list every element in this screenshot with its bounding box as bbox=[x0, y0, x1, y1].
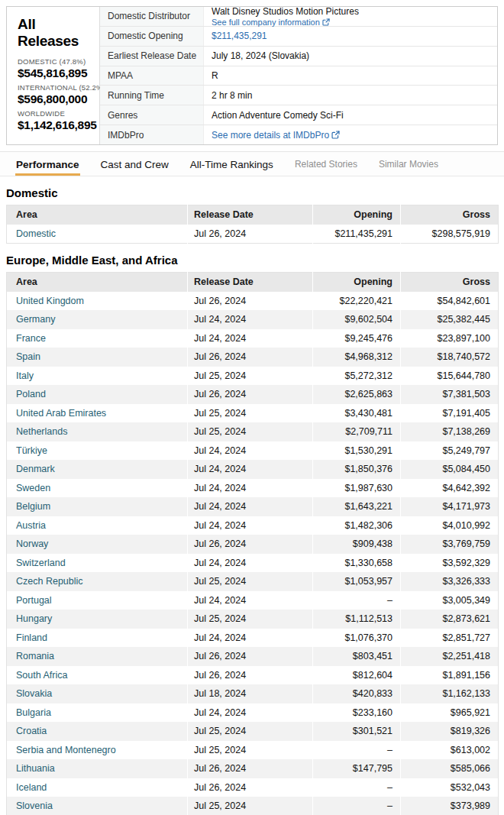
opening-cell: – bbox=[313, 778, 401, 797]
opening-cell: $147,795 bbox=[313, 759, 401, 778]
table-row: United Arab EmiratesJul 25, 2024$3,430,4… bbox=[7, 404, 499, 423]
table-row: SlovakiaJul 18, 2024$420,833$1,162,133 bbox=[7, 684, 499, 703]
tab-similar-movies[interactable]: Similar Movies bbox=[378, 154, 439, 176]
area-link-hungary[interactable]: Hungary bbox=[16, 613, 52, 624]
area-link-portugal[interactable]: Portugal bbox=[16, 595, 52, 606]
area-cell: Italy bbox=[7, 367, 188, 386]
area-link-austria[interactable]: Austria bbox=[16, 520, 46, 531]
opening-cell: $211,435,291 bbox=[313, 225, 401, 244]
release-date-cell: Jul 25, 2024 bbox=[188, 741, 313, 760]
column-header-gross: Gross bbox=[401, 205, 499, 225]
area-cell: Slovakia bbox=[7, 684, 188, 703]
area-link-united-kingdom[interactable]: United Kingdom bbox=[16, 296, 84, 306]
table-row: Czech RepublicJul 25, 2024$1,053,957$3,3… bbox=[7, 572, 499, 591]
area-link-norway[interactable]: Norway bbox=[16, 538, 48, 549]
area-link-italy[interactable]: Italy bbox=[16, 370, 34, 381]
area-link-finland[interactable]: Finland bbox=[16, 632, 47, 643]
area-link-croatia[interactable]: Croatia bbox=[16, 726, 47, 736]
area-link-germany[interactable]: Germany bbox=[16, 314, 55, 325]
area-link-poland[interactable]: Poland bbox=[16, 389, 46, 399]
company-info-link[interactable]: See full company information bbox=[212, 18, 489, 27]
area-link-netherlands[interactable]: Netherlands bbox=[16, 426, 67, 437]
tab-label: Cast and Crew bbox=[101, 159, 169, 170]
detail-label: Domestic Opening bbox=[100, 27, 204, 46]
release-date-cell: Jul 26, 2024 bbox=[188, 535, 313, 554]
area-link-sweden[interactable]: Sweden bbox=[16, 483, 50, 493]
area-link-switzerland[interactable]: Switzerland bbox=[16, 558, 66, 568]
area-link-denmark[interactable]: Denmark bbox=[16, 464, 55, 474]
area-link-spain[interactable]: Spain bbox=[16, 351, 40, 362]
area-cell: Bulgaria bbox=[7, 703, 188, 723]
table-row: DomesticJul 26, 2024$211,435,291$298,575… bbox=[7, 225, 499, 244]
area-cell: Belgium bbox=[7, 497, 188, 516]
tab-performance[interactable]: Performance bbox=[15, 154, 80, 176]
gross-cell: $532,043 bbox=[401, 778, 499, 797]
area-link-czech-republic[interactable]: Czech Republic bbox=[16, 576, 83, 587]
opening-cell: $420,833 bbox=[313, 684, 401, 703]
table-row: SwedenJul 24, 2024$1,987,630$4,642,392 bbox=[7, 479, 499, 498]
gross-cell: $1,891,156 bbox=[401, 666, 499, 685]
column-header-opening: Opening bbox=[313, 205, 401, 225]
area-link-domestic[interactable]: Domestic bbox=[16, 228, 56, 239]
all-releases-panel: All Releases DOMESTIC (47.8%) $545,816,8… bbox=[7, 7, 100, 144]
table-row: ItalyJul 25, 2024$5,272,312$15,644,780 bbox=[7, 367, 499, 386]
opening-cell: – bbox=[313, 741, 401, 760]
gross-cell: $5,249,797 bbox=[401, 441, 499, 461]
tab-all-time-rankings[interactable]: All-Time Rankings bbox=[189, 154, 274, 176]
stat-value: $1,142,616,895 bbox=[18, 118, 90, 132]
detail-row-earliest-release-date: Earliest Release Date July 18, 2024 (Slo… bbox=[100, 47, 497, 66]
area-link-united-arab-emirates[interactable]: United Arab Emirates bbox=[16, 408, 106, 419]
area-link-serbia-and-montenegro[interactable]: Serbia and Montenegro bbox=[16, 745, 116, 755]
release-date-cell: Jul 26, 2024 bbox=[188, 778, 313, 797]
summary-stat: INTERNATIONAL (52.2%) $596,800,000 bbox=[18, 83, 90, 106]
area-cell: Switzerland bbox=[7, 554, 188, 573]
area-cell: France bbox=[7, 329, 188, 348]
area-cell: Netherlands bbox=[7, 422, 188, 441]
table-row: United KingdomJul 26, 2024$22,220,421$54… bbox=[7, 292, 499, 311]
area-link-iceland[interactable]: Iceland bbox=[16, 782, 47, 793]
gross-cell: $4,010,992 bbox=[401, 516, 499, 535]
release-date-cell: Jul 26, 2024 bbox=[188, 292, 313, 311]
opening-cell: $2,625,863 bbox=[313, 385, 401, 404]
detail-value: July 18, 2024 (Slovakia) bbox=[204, 47, 497, 66]
release-date-cell: Jul 26, 2024 bbox=[188, 647, 313, 666]
release-date-cell: Jul 25, 2024 bbox=[188, 797, 313, 815]
release-date-cell: Jul 25, 2024 bbox=[188, 572, 313, 591]
area-cell: United Arab Emirates bbox=[7, 404, 188, 423]
table-row: AustriaJul 24, 2024$1,482,306$4,010,992 bbox=[7, 516, 499, 535]
gross-cell: $7,381,503 bbox=[401, 385, 499, 404]
release-date-cell: Jul 18, 2024 bbox=[188, 684, 313, 703]
summary-details-table: Domestic Distributor Walt Disney Studios… bbox=[100, 7, 497, 144]
area-link-slovenia[interactable]: Slovenia bbox=[16, 800, 53, 811]
gross-cell: $25,382,445 bbox=[401, 310, 499, 329]
area-link-bulgaria[interactable]: Bulgaria bbox=[16, 707, 51, 718]
area-link-belgium[interactable]: Belgium bbox=[16, 501, 50, 512]
area-link-south-africa[interactable]: South Africa bbox=[16, 670, 67, 681]
tab-related-stories[interactable]: Related Stories bbox=[294, 154, 358, 176]
table-row: HungaryJul 25, 2024$1,112,513$2,873,621 bbox=[7, 610, 499, 629]
table-row: NorwayJul 26, 2024$909,438$3,769,759 bbox=[7, 535, 499, 554]
release-date-cell: Jul 25, 2024 bbox=[188, 367, 313, 386]
detail-value-link-imdbpro[interactable]: See more details at IMDbPro bbox=[212, 130, 329, 141]
tab-cast-and-crew[interactable]: Cast and Crew bbox=[100, 154, 170, 176]
release-date-cell: Jul 26, 2024 bbox=[188, 759, 313, 778]
area-link-slovakia[interactable]: Slovakia bbox=[16, 688, 52, 699]
detail-value-link-domestic-opening[interactable]: $211,435,291 bbox=[212, 31, 267, 41]
summary-stats: DOMESTIC (47.8%) $545,816,895 INTERNATIO… bbox=[18, 57, 90, 132]
area-link-france[interactable]: France bbox=[16, 333, 46, 344]
section-title: Domestic bbox=[6, 186, 498, 199]
gross-cell: $2,251,418 bbox=[401, 647, 499, 666]
gross-cell: $965,921 bbox=[401, 703, 499, 723]
company-info-link-label: See full company information bbox=[212, 18, 320, 27]
detail-value-text: Walt Disney Studios Motion Pictures bbox=[212, 6, 359, 17]
detail-label: MPAA bbox=[100, 66, 204, 86]
performance-section: Domestic AreaRelease DateOpeningGross Do… bbox=[6, 186, 498, 244]
detail-row-domestic-distributor: Domestic Distributor Walt Disney Studios… bbox=[100, 7, 497, 27]
detail-label: Running Time bbox=[100, 86, 204, 105]
area-link-romania[interactable]: Romania bbox=[16, 651, 54, 661]
detail-row-domestic-opening: Domestic Opening $211,435,291 bbox=[100, 27, 497, 47]
area-link-t-rkiye[interactable]: Türkiye bbox=[16, 445, 47, 456]
gross-cell: $2,873,621 bbox=[401, 610, 499, 629]
area-cell: Germany bbox=[7, 310, 188, 329]
area-link-lithuania[interactable]: Lithuania bbox=[16, 763, 55, 774]
